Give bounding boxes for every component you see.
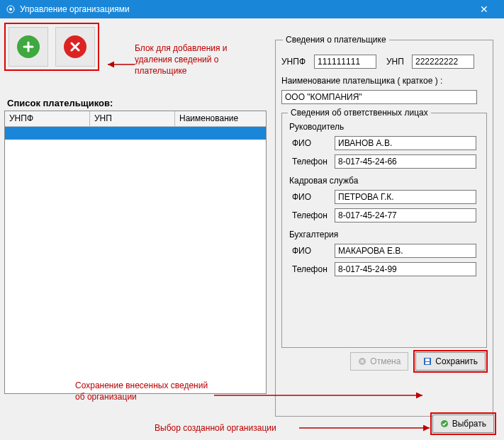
director-fio-input[interactable]	[335, 136, 476, 150]
accounting-phone-input[interactable]	[335, 262, 476, 276]
accounting-phone-label: Телефон	[292, 264, 330, 274]
unpf-input[interactable]	[314, 55, 376, 69]
payer-table[interactable]: УНПФ УНП Наименование	[4, 111, 267, 394]
hr-phone-label: Телефон	[292, 210, 330, 220]
toolbar-highlight	[4, 23, 99, 71]
col-unp[interactable]: УНП	[90, 111, 175, 126]
cross-icon	[64, 35, 86, 58]
payer-name-input[interactable]	[281, 90, 477, 104]
director-fio-label: ФИО	[292, 138, 330, 148]
accounting-fio-input[interactable]	[335, 244, 476, 258]
window-close-button[interactable]: ✕	[470, 0, 498, 18]
responsibles-group: Сведения об ответственных лицах Руководи…	[281, 113, 487, 348]
save-icon	[423, 357, 432, 366]
add-payer-button[interactable]	[9, 27, 48, 67]
save-button[interactable]: Сохранить	[415, 352, 486, 371]
director-title: Руководитель	[289, 122, 482, 132]
annotation-toolbar: Блок для добавления и удаления сведений …	[135, 43, 262, 77]
app-icon	[6, 4, 16, 14]
director-section: Руководитель ФИО Телефон	[286, 122, 482, 169]
table-header: УНПФ УНП Наименование	[5, 111, 266, 127]
hr-phone-input[interactable]	[335, 208, 476, 222]
payer-name-label: Наименование плательщика ( краткое ) :	[281, 76, 442, 86]
accounting-fio-label: ФИО	[292, 246, 330, 256]
annotation-save: Сохранение внесенных сведений об организ…	[75, 380, 217, 402]
plus-icon	[17, 35, 40, 58]
check-icon	[440, 419, 449, 428]
hr-section: Кадровая служба ФИО Телефон	[286, 176, 482, 222]
responsibles-title: Сведения об ответственных лицах	[288, 108, 431, 118]
payer-list-caption: Список плательщиков:	[7, 98, 113, 108]
hr-fio-label: ФИО	[292, 192, 330, 202]
hr-fio-input[interactable]	[335, 190, 476, 204]
director-phone-label: Телефон	[292, 157, 330, 167]
delete-payer-button[interactable]	[55, 27, 95, 67]
unp-label: УНП	[386, 57, 408, 67]
annotation-choose: Выбор созданной организации	[155, 422, 303, 434]
accounting-title: Бухгалтерия	[289, 230, 482, 239]
window-title: Управление организациями	[20, 4, 130, 14]
cancel-button: Отмена	[350, 352, 408, 371]
unp-input[interactable]	[412, 55, 474, 69]
col-name[interactable]: Наименование	[175, 111, 266, 126]
accounting-section: Бухгалтерия ФИО Телефон	[286, 230, 482, 276]
title-bar: Управление организациями ✕	[0, 0, 504, 18]
cancel-label: Отмена	[370, 356, 401, 366]
cancel-icon	[358, 357, 366, 366]
payer-details-title: Сведения о плательщике	[283, 35, 389, 45]
hr-title: Кадровая служба	[289, 176, 482, 186]
payer-details-group: Сведения о плательщике УНПФ УНП Наименов…	[275, 40, 493, 417]
table-row[interactable]	[5, 127, 266, 140]
col-unpf[interactable]: УНПФ	[5, 111, 90, 126]
save-label: Сохранить	[435, 356, 478, 366]
director-phone-input[interactable]	[335, 154, 476, 169]
choose-button[interactable]: Выбрать	[432, 414, 494, 433]
svg-rect-6	[425, 359, 430, 361]
svg-rect-5	[425, 362, 430, 364]
choose-label: Выбрать	[452, 419, 486, 429]
unpf-label: УНПФ	[281, 57, 310, 67]
svg-point-1	[9, 8, 12, 11]
